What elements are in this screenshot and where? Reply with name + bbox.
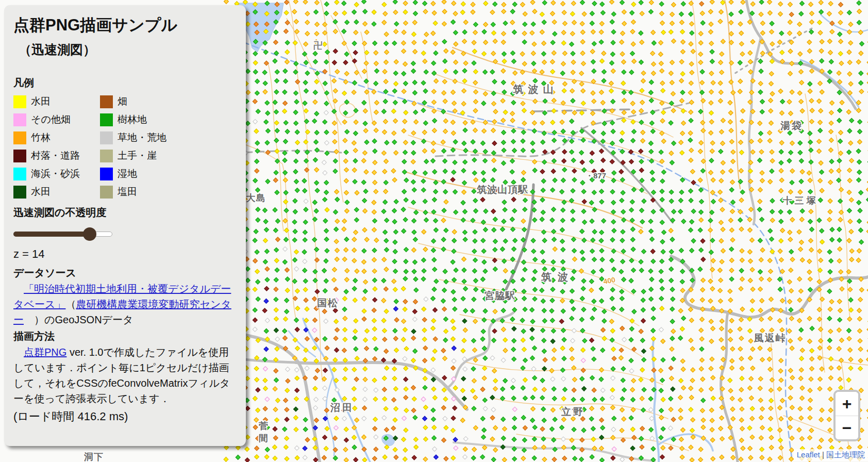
legend-label: 土手・崖 (118, 149, 157, 162)
legend-label: 竹林 (31, 131, 51, 144)
legend-swatch (13, 95, 26, 108)
legend-label: 海浜・砂浜 (31, 167, 80, 180)
legend-swatch (100, 150, 113, 162)
opacity-slider-thumb[interactable] (83, 227, 96, 241)
legend-item: 畑 (100, 95, 237, 108)
map-label: 洞下 (84, 452, 104, 462)
legend-swatch (13, 150, 26, 162)
method-heading: 描画方法 (13, 329, 237, 343)
map-label: 間 (259, 433, 268, 443)
legend-swatch (100, 186, 113, 199)
legend-swatch (100, 113, 113, 126)
map-label: 卍 (313, 40, 323, 51)
attribution-bar: Leaflet | 国土地理院 (794, 449, 868, 461)
legend-item: 竹林 (13, 131, 100, 144)
legend-label: 水田 (31, 95, 51, 108)
map-label: 菅 (258, 421, 268, 431)
legend-item: 水田 (13, 185, 100, 199)
method-indent (13, 346, 24, 358)
zoom-level-text: z = 14 (13, 248, 237, 261)
legend-label: 湿地 (118, 167, 137, 180)
datasource-paren: （ (65, 299, 76, 310)
legend-swatch (100, 95, 113, 108)
datasource-tail: ）のGeoJSONデータ (24, 314, 133, 325)
legend-label: 水田 (31, 185, 51, 199)
page-title: 点群PNG描画サンプル (13, 15, 237, 35)
method-paragraph: 点群PNG ver. 1.0で作成したファイルを使用しています．ポイント毎に1ピ… (13, 344, 237, 406)
map-label: 宮脇駅 (485, 290, 515, 301)
legend-item: 土手・崖 (100, 149, 237, 162)
opacity-slider-fill (13, 232, 90, 237)
map-label: 風返峠 (754, 333, 787, 343)
legend-item: 村落・道路 (13, 149, 100, 162)
legend-label: 塩田 (118, 185, 137, 199)
legend-item: 樹林地 (100, 113, 237, 126)
legend-item: 塩田 (100, 185, 237, 199)
legend-item: その他畑 (13, 113, 100, 126)
map-label: ・877 (586, 171, 606, 180)
zoom-out-button[interactable]: − (836, 416, 858, 440)
legend-swatch (13, 168, 26, 180)
legend-label: その他畑 (31, 113, 71, 126)
legend-swatch (13, 131, 26, 144)
attribution-separator: | (820, 450, 826, 459)
datasource-paragraph: 「明治時代初期土地利用・被覆デジタルデータベース」（農研機構農業環境変動研究セン… (13, 281, 237, 327)
opacity-heading: 迅速測図の不透明度 (13, 206, 237, 220)
opacity-slider[interactable] (13, 227, 112, 241)
zoom-in-button[interactable]: + (836, 392, 858, 416)
legend: 水田畑その他畑樹林地竹林草地・荒地村落・道路土手・崖海浜・砂浜湿地水田塩田 (13, 95, 237, 199)
legend-swatch (100, 131, 113, 144)
method-link-tengun-png[interactable]: 点群PNG (24, 346, 66, 358)
datasource-heading: データソース (13, 266, 237, 280)
map-label: 沼田 (330, 402, 354, 413)
legend-item: 水田 (13, 95, 100, 108)
legend-swatch (13, 186, 26, 199)
legend-item: 海浜・砂浜 (13, 167, 100, 180)
leaflet-attribution-link[interactable]: Leaflet (797, 450, 820, 459)
map-label: 十三塚 (782, 195, 819, 206)
legend-item: 草地・荒地 (100, 131, 237, 144)
legend-swatch (100, 168, 113, 180)
map-label: 筑波 (541, 271, 574, 283)
page-subtitle: （迅速測図） (19, 41, 237, 58)
legend-item: 湿地 (100, 167, 237, 180)
legend-swatch (13, 113, 26, 126)
load-time-text: (ロード時間 416.2 ms) (13, 409, 237, 424)
legend-heading: 凡例 (13, 76, 237, 90)
legend-label: 畑 (118, 95, 127, 108)
zoom-control: + − (833, 390, 860, 441)
legend-label: 草地・荒地 (118, 131, 166, 144)
legend-label: 村落・道路 (31, 149, 80, 162)
map-label: 筑波山 (513, 84, 558, 95)
gsi-attribution-link[interactable]: 国土地理院 (826, 450, 865, 459)
legend-label: 樹林地 (118, 113, 147, 126)
info-panel: 点群PNG描画サンプル （迅速測図） 凡例 水田畑その他畑樹林地竹林草地・荒地村… (4, 5, 246, 446)
map-label: 立野 (561, 406, 585, 417)
map-label: 湯袋 (780, 120, 803, 131)
map-label: 筑波山頂駅 (477, 184, 528, 195)
datasource-indent (13, 283, 24, 294)
map-label: 国松 (317, 298, 339, 308)
